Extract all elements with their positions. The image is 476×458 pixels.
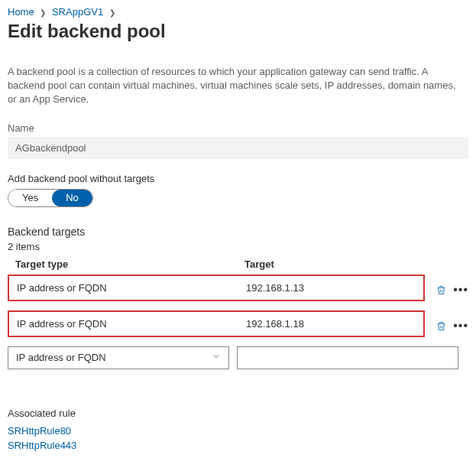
delete-icon[interactable] [436,320,447,332]
target-row-highlighted: IP address or FQDN 192.168.1.13 [8,274,425,301]
targets-header: Target type Target [8,258,468,274]
target-type-cell: IP address or FQDN [9,276,238,300]
table-row: IP address or FQDN 192.168.1.13 ••• [8,274,468,306]
chevron-down-icon [212,352,221,363]
target-value-input[interactable] [237,346,458,369]
breadcrumb: Home ❯ SRAppGV1 ❯ [8,6,468,18]
backend-targets-heading: Backend targets [8,226,468,238]
breadcrumb-home[interactable]: Home [8,6,34,18]
chevron-right-icon: ❯ [109,8,115,17]
target-type-cell: IP address or FQDN [9,312,238,336]
toggle-yes[interactable]: Yes [8,190,52,206]
toggle-no[interactable]: No [52,190,92,206]
new-target-row: IP address or FQDN [8,346,466,369]
page-title: Edit backend pool [8,21,468,42]
more-icon[interactable]: ••• [453,320,468,332]
delete-icon[interactable] [436,284,447,296]
table-row: IP address or FQDN 192.168.1.18 ••• [8,310,468,342]
name-input [8,137,468,159]
target-value-cell: 192.168.1.18 [238,312,423,336]
without-targets-label: Add backend pool without targets [8,173,468,184]
target-type-select[interactable]: IP address or FQDN [8,346,229,369]
without-targets-toggle[interactable]: Yes No [8,189,93,207]
name-label: Name [8,122,468,134]
more-icon[interactable]: ••• [453,284,468,296]
column-header-target: Target [244,258,468,270]
associated-rule-link[interactable]: SRHttpRule443 [8,438,468,453]
item-count: 2 items [8,241,468,252]
column-header-type: Target type [15,258,244,270]
associated-rule-section: Associated rule SRHttpRule80 SRHttpRule4… [8,408,468,453]
target-type-select-value: IP address or FQDN [16,352,106,363]
breadcrumb-resource[interactable]: SRAppGV1 [52,6,103,18]
associated-rule-link[interactable]: SRHttpRule80 [8,424,468,439]
target-value-cell: 192.168.1.13 [238,276,423,300]
target-row-highlighted: IP address or FQDN 192.168.1.18 [8,310,425,337]
description-text: A backend pool is a collection of resour… [8,65,466,107]
chevron-right-icon: ❯ [40,8,46,17]
associated-rule-heading: Associated rule [8,408,468,419]
